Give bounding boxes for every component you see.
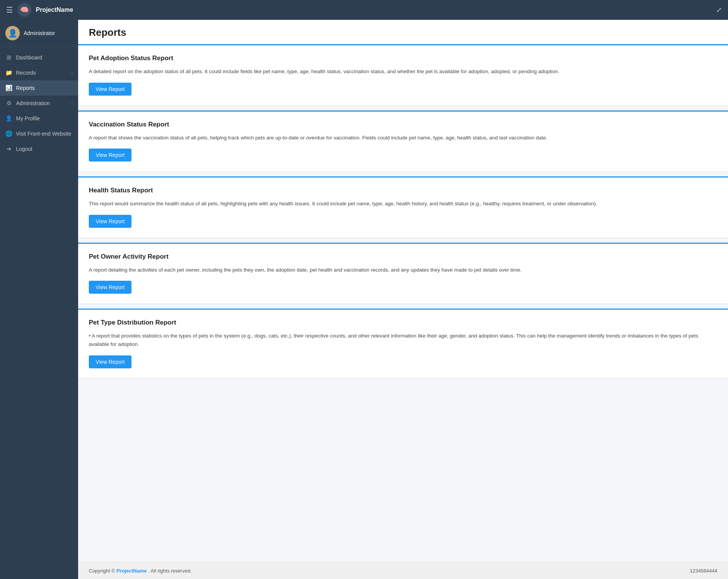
logout-icon: ➜	[5, 146, 12, 152]
sidebar-item-label: Records	[16, 70, 36, 76]
chevron-icon: ‹	[71, 101, 73, 106]
report-description: • A report that provides statistics on t…	[89, 332, 717, 348]
report-card-vaccination-status: Vaccination Status Report A report that …	[78, 110, 728, 172]
content-header: Reports	[78, 20, 728, 44]
report-card-pet-type-distribution: Pet Type Distribution Report • A report …	[78, 309, 728, 378]
footer-rights: . All rights reserved.	[148, 568, 192, 574]
sidebar-item-label: Dashboard	[16, 54, 42, 61]
hamburger-icon[interactable]: ☰	[6, 5, 13, 14]
sidebar-item-visit-frontend[interactable]: 🌐 Visit Front-end Website	[0, 126, 78, 141]
sidebar-item-label: Visit Front-end Website	[16, 131, 71, 137]
copyright-text: Copyright ©	[89, 568, 115, 574]
report-description: A report detailing the activities of eac…	[89, 266, 717, 274]
administration-icon: ⚙	[5, 100, 12, 107]
view-report-button-vaccination-status[interactable]: View Report	[89, 149, 131, 162]
sidebar: 👤 Administrator ⊞ Dashboard 📁 Records ‹	[0, 20, 78, 579]
report-title: Pet Owner Activity Report	[89, 253, 717, 261]
sidebar-item-administration[interactable]: ⚙ Administration ‹	[0, 96, 78, 111]
expand-icon[interactable]: ⤢	[716, 6, 722, 14]
report-title: Health Status Report	[89, 187, 717, 194]
footer-version: 1234564444	[690, 568, 717, 574]
view-report-button-pet-type-distribution[interactable]: View Report	[89, 355, 131, 368]
report-card-pet-owner-activity: Pet Owner Activity Report A report detai…	[78, 243, 728, 304]
sidebar-username: Administrator	[24, 30, 55, 36]
view-report-button-pet-owner-activity[interactable]: View Report	[89, 281, 131, 294]
footer-copyright: Copyright © ProjectName . All rights res…	[89, 568, 192, 574]
dashboard-icon: ⊞	[5, 54, 12, 61]
app-title: ProjectName	[36, 6, 73, 13]
sidebar-item-records[interactable]: 📁 Records ‹	[0, 65, 78, 80]
sidebar-item-label: My Profile	[16, 115, 40, 122]
sidebar-item-label: Logout	[16, 146, 32, 152]
report-description: This report would summarize the health s…	[89, 200, 717, 208]
report-title: Pet Adoption Status Report	[89, 54, 717, 62]
page-title: Reports	[89, 27, 717, 38]
sidebar-item-my-profile[interactable]: 👤 My Profile	[0, 111, 78, 126]
view-report-button-health-status[interactable]: View Report	[89, 215, 131, 228]
report-title: Pet Type Distribution Report	[89, 319, 717, 326]
globe-icon: 🌐	[5, 130, 12, 137]
content-area: Reports Pet Adoption Status Report A det…	[78, 20, 728, 579]
sidebar-item-dashboard[interactable]: ⊞ Dashboard	[0, 50, 78, 65]
content-body: Pet Adoption Status Report A detailed re…	[78, 44, 728, 562]
top-bar: ☰ 🧠 ProjectName ⤢	[0, 0, 728, 20]
sidebar-item-reports[interactable]: 📊 Reports	[0, 80, 78, 96]
footer: Copyright © ProjectName . All rights res…	[78, 562, 728, 579]
my-profile-icon: 👤	[5, 115, 12, 122]
report-title: Vaccination Status Report	[89, 121, 717, 128]
sidebar-item-label: Administration	[16, 100, 50, 106]
avatar: 👤	[5, 26, 20, 40]
sidebar-user: 👤 Administrator	[0, 20, 78, 47]
report-card-pet-adoption: Pet Adoption Status Report A detailed re…	[78, 44, 728, 106]
view-report-button-pet-adoption[interactable]: View Report	[89, 83, 131, 96]
report-description: A report that shows the vaccination stat…	[89, 134, 717, 142]
footer-brand-link[interactable]: ProjectName	[116, 568, 146, 574]
report-card-health-status: Health Status Report This report would s…	[78, 176, 728, 238]
app-logo: 🧠	[18, 3, 31, 17]
top-bar-left: ☰ 🧠 ProjectName	[6, 3, 73, 17]
sidebar-item-logout[interactable]: ➜ Logout	[0, 141, 78, 157]
records-icon: 📁	[5, 69, 12, 76]
chevron-icon: ‹	[71, 70, 73, 75]
sidebar-nav: ⊞ Dashboard 📁 Records ‹ 📊 Reports	[0, 47, 78, 579]
report-description: A detailed report on the adoption status…	[89, 67, 717, 76]
sidebar-item-label: Reports	[16, 85, 35, 91]
reports-icon: 📊	[5, 85, 12, 91]
